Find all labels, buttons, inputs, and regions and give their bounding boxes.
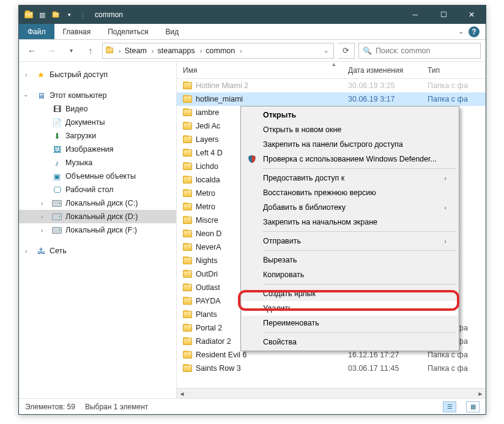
folder-icon [183,297,192,305]
address-dropdown-icon[interactable]: ⌄ [321,47,331,54]
ctx-rename[interactable]: Переименовать [242,316,458,330]
folder-icon [183,351,192,359]
search-icon: 🔍 [363,46,372,55]
tree-music[interactable]: ♪Музыка [19,156,176,169]
folder-icon [183,190,192,197]
music-icon: ♪ [52,158,62,168]
tab-share[interactable]: Поделиться [99,24,157,39]
context-menu: Открыть Открыть в новом окне Закрепить н… [240,106,459,351]
address-bar[interactable]: › Steam› steamapps› common› ⌄ [102,43,334,59]
video-icon: 🎞 [52,104,62,114]
search-placeholder: Поиск: common [376,46,431,55]
new-folder-icon[interactable] [50,9,62,21]
file-type: Папка с фа [428,364,486,373]
tree-3d-objects[interactable]: ▣Объемные объекты [19,169,176,183]
back-button[interactable]: ← [24,43,40,59]
file-name: Jedi Ac [196,122,220,130]
scroll-track[interactable] [187,389,475,399]
close-button[interactable]: ✕ [458,6,486,24]
tab-home[interactable]: Главная [54,24,100,39]
column-type[interactable]: Тип [428,66,486,75]
ribbon-tabs: Файл Главная Поделиться Вид ⌄ ? [19,24,486,40]
file-name: Saints Row 3 [196,364,241,373]
table-row[interactable]: Hotline Miami 230.06.19 3:25Папка с фа [177,79,486,92]
status-count: Элементов: 59 [25,403,75,411]
tab-file[interactable]: Файл [19,24,54,39]
ctx-grant-access[interactable]: Предоставить доступ к› [242,171,458,185]
up-button[interactable]: ↑ [83,43,98,59]
file-name: Layers [196,135,219,144]
refresh-button[interactable]: ⟳ [338,43,355,59]
ctx-open[interactable]: Открыть [242,108,458,122]
tree-video[interactable]: 🎞Видео [19,102,176,116]
ctx-cut[interactable]: Вырезать [242,253,458,267]
file-name: PAYDA [196,297,221,305]
maximize-button[interactable]: ☐ [429,6,458,24]
horizontal-scrollbar[interactable]: ◄ ► [177,388,486,398]
path-seg-0[interactable]: Steam [125,46,147,55]
tree-documents[interactable]: 📄Документы [19,116,176,129]
chevron-right-icon: › [444,174,447,182]
forward-button[interactable]: → [43,43,59,59]
file-name: Miscre [196,216,218,225]
ctx-pin-quick-access[interactable]: Закрепить на панели быстрого доступа [242,137,458,152]
tree-pictures[interactable]: 🖼Изображения [19,143,176,156]
table-row[interactable]: Saints Row 303.06.17 11:45Папка с фа [177,362,486,375]
column-date[interactable]: Дата изменения [348,66,428,75]
tree-desktop[interactable]: 🖵Рабочий стол [19,183,176,196]
folder-icon [23,9,35,21]
column-name[interactable]: Имя▲ [183,66,348,75]
ribbon-expand-icon[interactable]: ⌄ [458,28,464,35]
tree-this-pc[interactable]: ›🖥Этот компьютер [19,89,176,102]
titlebar: ▥ ▾ | common ─ ☐ ✕ [19,6,486,24]
ctx-separator [263,250,456,251]
ctx-restore-previous[interactable]: Восстановить прежнюю версию [242,185,458,200]
file-name: Radiator 2 [196,337,231,346]
recent-dropdown-icon[interactable]: ▾ [63,43,79,59]
path-seg-2[interactable]: common [206,46,235,55]
ctx-add-to-library[interactable]: Добавить в библиотеку› [242,200,458,215]
ctx-separator [263,168,456,169]
tree-quick-access[interactable]: ›★Быстрый доступ [19,68,176,81]
view-details-button[interactable]: ☰ [443,401,456,412]
ctx-properties[interactable]: Свойства [242,335,458,349]
ctx-pin-start[interactable]: Закрепить на начальном экране [242,215,458,229]
file-name: Metro [196,189,215,198]
view-large-button[interactable]: ▦ [466,401,480,412]
tree-downloads[interactable]: ⬇Загрузки [19,129,176,143]
ctx-delete[interactable]: Удалить [242,301,458,316]
qat-dropdown-icon[interactable]: ▾ [63,9,75,21]
drive-icon [52,214,62,220]
file-date: 03.06.17 11:45 [348,364,428,373]
file-date: 16.12.16 17:27 [348,351,428,359]
ctx-send-to[interactable]: Отправить› [242,234,458,248]
ctx-defender-scan[interactable]: Проверка с использованием Windows Defend… [242,152,458,166]
help-icon[interactable]: ? [469,26,480,37]
tree-drive-f[interactable]: ›Локальный диск (F:) [19,223,176,237]
tree-drive-d[interactable]: ›Локальный диск (D:) [19,210,176,223]
minimize-button[interactable]: ─ [401,6,429,24]
scroll-left-icon[interactable]: ◄ [177,389,187,399]
folder-icon [183,270,192,278]
table-row[interactable]: hotline_miami30.06.19 3:17Папка с фа [177,92,486,106]
folder-icon [183,122,192,130]
scroll-right-icon[interactable]: ► [475,389,486,399]
properties-icon[interactable]: ▥ [36,9,48,21]
ctx-open-new-window[interactable]: Открыть в новом окне [242,122,458,137]
tab-view[interactable]: Вид [157,24,187,39]
quick-access-toolbar: ▥ ▾ | [19,9,89,21]
download-icon: ⬇ [52,131,62,141]
path-seg-1[interactable]: steamapps [157,46,195,55]
ctx-copy[interactable]: Копировать [242,267,458,282]
folder-icon [183,149,192,157]
separator: | [76,9,89,21]
shield-icon [246,154,258,165]
folder-icon [183,82,192,89]
status-bar: Элементов: 59 Выбран 1 элемент ☰ ▦ [19,398,486,414]
tree-network[interactable]: ›🖧Сеть [19,244,176,258]
picture-icon: 🖼 [52,144,62,154]
ctx-create-shortcut[interactable]: Создать ярлык [242,286,458,301]
search-box[interactable]: 🔍 Поиск: common [358,43,481,59]
desktop-icon: 🖵 [52,185,62,195]
tree-drive-c[interactable]: ›Локальный диск (C:) [19,196,176,210]
